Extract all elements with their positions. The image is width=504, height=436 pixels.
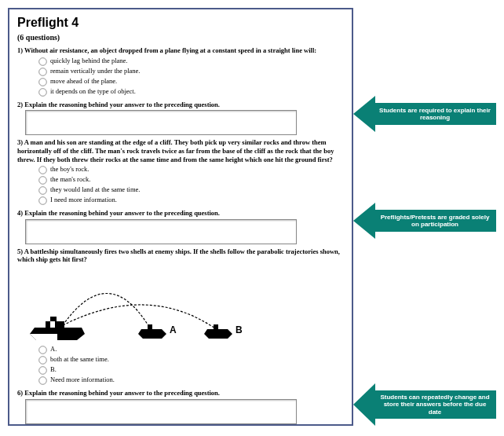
arrow-left-icon (353, 96, 375, 132)
q1-choice-2[interactable]: move ahead of the plane. (38, 77, 344, 87)
q1-choice-3[interactable]: it depends on the type of object. (38, 87, 344, 97)
q5-prompt: A battleship simultaneously fires two sh… (17, 247, 340, 264)
page-title: Preflight 4 (17, 16, 344, 30)
q5-choice-3[interactable]: Need more information. (38, 376, 344, 386)
q3-choice-1[interactable]: the man's rock. (38, 175, 344, 185)
q2-prompt: Explain the reasoning behind your answer… (24, 101, 220, 108)
q3-num: 3) (17, 138, 23, 146)
q4-num: 4) (17, 209, 23, 217)
q3-prompt: A man and his son are standing at the ed… (17, 138, 334, 163)
q4-text: 4) Explain the reasoning behind your ans… (17, 209, 344, 218)
q1-prompt: Without air resistance, an object droppe… (24, 46, 316, 54)
q5-choices: A. both at the same time. B. Need more i… (38, 345, 344, 386)
callout-graded-participation: Preflights/Pretests are graded solely on… (353, 203, 496, 239)
q5-choice-2[interactable]: B. (38, 365, 344, 376)
q4-prompt: Explain the reasoning behind your answer… (24, 209, 220, 217)
arrow-left-icon (353, 383, 375, 426)
q1-choice-1[interactable]: remain vertically under the plane. (38, 67, 344, 77)
q2-text: 2) Explain the reasoning behind your ans… (17, 101, 344, 109)
arrow-left-icon (353, 203, 375, 239)
ship-b-label: B (236, 324, 243, 335)
callout-store-answers: Students can repeatedly change and store… (353, 383, 496, 426)
q1-choices: quickly lag behind the plane. remain ver… (38, 57, 344, 97)
q3-text: 3) A man and his son are standing at the… (17, 138, 344, 163)
callout-text: Students can repeatedly change and store… (374, 390, 496, 419)
q5-choice-1[interactable]: both at the same time. (38, 355, 344, 365)
q6-text: 6) Explain the reasoning behind your ans… (17, 389, 344, 398)
q5-num: 5) (17, 247, 23, 255)
q6-textarea[interactable] (25, 399, 297, 424)
q5-text: 5) A battleship simultaneously fires two… (17, 247, 344, 264)
ship-a-icon (138, 323, 166, 339)
ship-a-label: A (170, 324, 177, 335)
q2-num: 2) (17, 101, 23, 108)
q3-choice-2[interactable]: they would land at the same time. (38, 185, 344, 196)
svg-marker-5 (204, 324, 232, 339)
battleship-icon (30, 317, 85, 340)
callout-text: Students are required to explain their r… (374, 103, 496, 125)
question-count: (6 questions) (17, 33, 344, 42)
q3-choice-3[interactable]: I need more information. (38, 196, 344, 206)
callout-explain-reasoning: Students are required to explain their r… (353, 96, 496, 132)
callout-text: Preflights/Pretests are graded solely on… (374, 210, 496, 232)
ship-b-icon (204, 323, 232, 339)
q6-num: 6) (17, 389, 23, 397)
q1-num: 1) (17, 46, 23, 54)
preflight-panel: Preflight 4 (6 questions) 1) Without air… (8, 8, 353, 426)
q1-text: 1) Without air resistance, an object dro… (17, 46, 344, 55)
svg-marker-4 (138, 324, 166, 339)
q2-textarea[interactable] (25, 110, 297, 135)
battleship-diagram: A B (30, 269, 265, 343)
q3-choices: the boy's rock. the man's rock. they wou… (38, 165, 344, 206)
q5-choice-0[interactable]: A. (38, 345, 344, 355)
q3-choice-0[interactable]: the boy's rock. (38, 165, 344, 175)
q4-textarea[interactable] (25, 219, 297, 244)
q6-prompt: Explain the reasoning behind your answer… (24, 389, 220, 397)
layout-wrap: Preflight 4 (6 questions) 1) Without air… (8, 8, 495, 428)
svg-marker-2 (30, 334, 57, 340)
q1-choice-0[interactable]: quickly lag behind the plane. (38, 57, 344, 67)
